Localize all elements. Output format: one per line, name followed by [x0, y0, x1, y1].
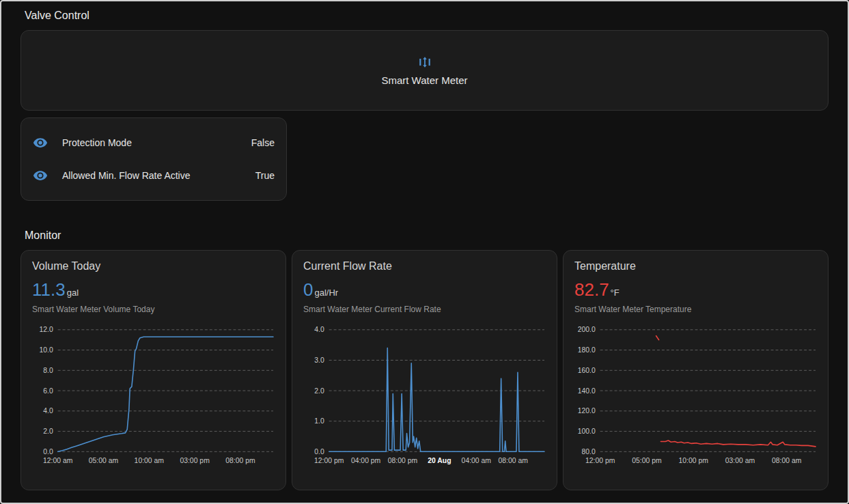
svg-text:05:00 pm: 05:00 pm: [632, 457, 661, 464]
svg-text:04:00 am: 04:00 am: [462, 457, 491, 464]
svg-text:2.0: 2.0: [314, 387, 324, 395]
attributes-card: Protection Mode False Allowed Min. Flow …: [20, 117, 287, 201]
svg-text:4.0: 4.0: [314, 326, 324, 333]
attribute-label: Allowed Min. Flow Rate Active: [62, 170, 255, 181]
svg-text:8.0: 8.0: [43, 367, 53, 374]
sensor-value: 11.3: [32, 279, 66, 300]
svg-text:140.0: 140.0: [578, 387, 596, 395]
svg-text:3.0: 3.0: [314, 356, 324, 364]
svg-text:0.0: 0.0: [43, 448, 53, 456]
sensor-unit: °F: [611, 288, 620, 298]
svg-text:10.0: 10.0: [39, 346, 53, 354]
current-flow-rate-chart[interactable]: 4.03.02.01.00.012:00 pm04:00 pm08:00 pm2…: [303, 324, 546, 468]
sensor-value-row: 0 gal/Hr: [303, 279, 546, 300]
sensor-card-title: Current Flow Rate: [303, 260, 546, 272]
eye-icon: [33, 168, 48, 183]
attribute-row-allowed-min-flow-rate[interactable]: Allowed Min. Flow Rate Active True: [33, 159, 275, 192]
svg-text:4.0: 4.0: [43, 407, 53, 415]
sensor-subtitle: Smart Water Meter Volume Today: [32, 305, 275, 314]
sensor-card-temperature[interactable]: Temperature 82.7 °F Smart Water Meter Te…: [563, 250, 829, 490]
svg-text:2.0: 2.0: [43, 428, 53, 435]
svg-text:20 Aug: 20 Aug: [428, 457, 451, 464]
sensor-unit: gal: [67, 288, 79, 298]
svg-text:6.0: 6.0: [43, 387, 53, 395]
svg-text:08:00 pm: 08:00 pm: [388, 457, 417, 464]
section-title-monitor: Monitor: [20, 229, 829, 242]
valve-entity-card[interactable]: Smart Water Meter: [20, 30, 829, 111]
eye-icon: [33, 135, 48, 150]
water-meter-valve-icon: [417, 55, 432, 70]
attribute-value: True: [255, 170, 275, 181]
svg-text:12:00 am: 12:00 am: [43, 457, 72, 464]
volume-today-chart[interactable]: 12.010.08.06.04.02.00.012:00 am05:00 am1…: [32, 324, 275, 468]
svg-text:180.0: 180.0: [578, 346, 596, 354]
svg-text:08:00 pm: 08:00 pm: [225, 457, 255, 464]
attribute-value: False: [251, 137, 275, 148]
sensor-card-volume-today[interactable]: Volume Today 11.3 gal Smart Water Meter …: [20, 250, 286, 490]
sensor-value: 0: [303, 279, 313, 300]
svg-text:04:00 pm: 04:00 pm: [351, 457, 380, 464]
svg-text:08:00 am: 08:00 am: [772, 457, 801, 464]
svg-text:05:00 am: 05:00 am: [89, 457, 118, 464]
svg-text:12.0: 12.0: [39, 326, 53, 333]
svg-text:10:00 pm: 10:00 pm: [678, 457, 708, 464]
sensor-value-row: 11.3 gal: [32, 279, 275, 300]
svg-text:12:00 pm: 12:00 pm: [314, 457, 344, 464]
svg-text:200.0: 200.0: [578, 326, 596, 333]
svg-text:03:00 pm: 03:00 pm: [180, 457, 209, 464]
sensor-value: 82.7: [574, 279, 609, 300]
temperature-chart[interactable]: 200.0180.0160.0140.0120.0100.080.012:00 …: [574, 324, 817, 468]
sensor-value-row: 82.7 °F: [574, 279, 817, 300]
svg-text:100.0: 100.0: [578, 428, 596, 435]
valve-entity-name: Smart Water Meter: [381, 74, 467, 86]
svg-text:08:00 am: 08:00 am: [499, 457, 528, 464]
attribute-label: Protection Mode: [62, 137, 251, 148]
svg-text:120.0: 120.0: [578, 407, 596, 415]
sensor-unit: gal/Hr: [314, 288, 338, 298]
svg-text:0.0: 0.0: [314, 448, 324, 456]
sensor-subtitle: Smart Water Meter Current Flow Rate: [303, 305, 546, 314]
attribute-row-protection-mode[interactable]: Protection Mode False: [33, 126, 275, 159]
svg-text:160.0: 160.0: [578, 367, 596, 374]
svg-text:1.0: 1.0: [314, 417, 324, 425]
home-assistant-dashboard: Valve Control Smart Water Meter Protecti…: [0, 0, 849, 504]
sensor-subtitle: Smart Water Meter Temperature: [574, 305, 817, 314]
svg-text:10:00 am: 10:00 am: [135, 457, 164, 464]
svg-text:03:00 am: 03:00 am: [725, 457, 755, 464]
svg-text:12:00 pm: 12:00 pm: [585, 457, 615, 464]
sensor-card-title: Temperature: [574, 260, 817, 272]
sensor-card-title: Volume Today: [32, 260, 275, 272]
monitor-card-row: Volume Today 11.3 gal Smart Water Meter …: [20, 250, 829, 490]
section-title-valve-control: Valve Control: [20, 10, 829, 22]
sensor-card-current-flow-rate[interactable]: Current Flow Rate 0 gal/Hr Smart Water M…: [292, 250, 557, 490]
svg-text:80.0: 80.0: [581, 448, 595, 456]
